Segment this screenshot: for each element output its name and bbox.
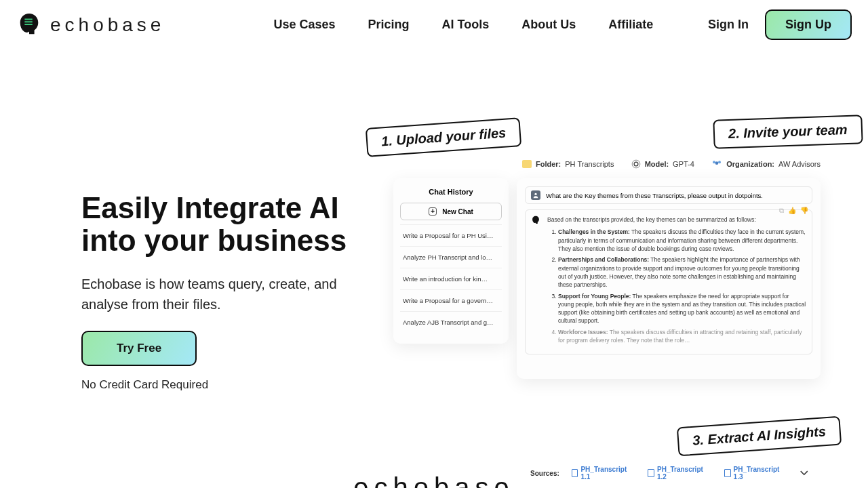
svg-point-5 xyxy=(713,161,715,163)
hero-subhead: Echobase is how teams query, create, and… xyxy=(81,274,353,314)
signin-link[interactable]: Sign In xyxy=(708,18,749,32)
bot-icon xyxy=(531,216,540,225)
plus-icon: + xyxy=(429,207,437,216)
chat-history-title: Chat History xyxy=(400,188,502,196)
svg-rect-1 xyxy=(24,21,32,22)
thumbs-up-icon[interactable]: 👍 xyxy=(788,207,796,215)
chevron-down-icon[interactable] xyxy=(800,470,808,476)
hero-section: Easily Integrate AI into your business E… xyxy=(0,49,868,483)
svg-point-8 xyxy=(534,193,536,195)
chat-history-panel: Chat History + New Chat Write a Proposal… xyxy=(393,178,509,344)
nav-ai-tools[interactable]: AI Tools xyxy=(442,18,490,32)
site-header: echobase Use Cases Pricing AI Tools Abou… xyxy=(0,0,868,49)
signup-button[interactable]: Sign Up xyxy=(765,9,852,40)
bottom-wordmark: echobase xyxy=(353,472,514,488)
callout-upload: 1. Upload your files xyxy=(366,117,522,157)
feedback-icons: ⧉ 👍 👎 xyxy=(779,207,808,215)
nav-about-us[interactable]: About Us xyxy=(521,18,576,32)
file-icon xyxy=(724,469,731,477)
primary-nav: Use Cases Pricing AI Tools About Us Affi… xyxy=(273,18,653,32)
meta-model: Model: GPT-4 xyxy=(631,159,694,169)
answer-block: Based on the transcripts provided, the k… xyxy=(525,209,812,354)
meta-folder: Folder: PH Transcripts xyxy=(522,160,614,168)
svg-point-7 xyxy=(715,161,719,165)
answer-themes: Challenges in the System: The speakers d… xyxy=(555,228,806,344)
sources-row: Sources: PH_Transcript 1.1 PH_Transcript… xyxy=(530,466,808,481)
copy-icon[interactable]: ⧉ xyxy=(779,207,784,215)
history-item[interactable]: Write a Proposal for a govern… xyxy=(400,289,502,311)
prompt-row: What are the Key themes from these Trans… xyxy=(525,186,812,204)
team-icon xyxy=(711,159,722,169)
sources-label: Sources: xyxy=(530,470,559,477)
theme-item: Partnerships and Collaborations: The spe… xyxy=(558,256,806,289)
svg-point-3 xyxy=(634,162,638,166)
logo-head-icon xyxy=(16,12,42,38)
callout-extract: 3. Extract AI Insights xyxy=(677,416,842,457)
hero-headline: Easily Integrate AI into your business xyxy=(81,192,353,258)
theme-item: Support for Young People: The speakers e… xyxy=(558,292,806,325)
nav-affiliate[interactable]: Affiliate xyxy=(608,18,653,32)
try-free-button[interactable]: Try Free xyxy=(81,331,197,366)
prompt-text: What are the Key themes from these Trans… xyxy=(546,192,763,199)
svg-point-4 xyxy=(632,160,640,168)
source-item[interactable]: PH_Transcript 1.3 xyxy=(724,466,789,481)
answer-intro: Based on the transcripts provided, the k… xyxy=(547,216,806,224)
callout-invite: 2. Invite your team xyxy=(713,115,863,149)
header-right: Sign In Sign Up xyxy=(708,9,852,40)
file-icon xyxy=(572,469,578,477)
source-item[interactable]: PH_Transcript 1.1 xyxy=(572,466,636,481)
nav-use-cases[interactable]: Use Cases xyxy=(273,18,335,32)
user-icon xyxy=(531,190,540,200)
meta-org: Organization: AW Advisors xyxy=(711,159,821,169)
theme-item: Workforce Issues: The speakers discuss d… xyxy=(558,328,806,345)
logo-text: echobase xyxy=(50,14,165,36)
history-item[interactable]: Analyze AJB Transcript and g… xyxy=(400,311,502,333)
model-icon xyxy=(631,159,641,169)
source-item[interactable]: PH_Transcript 1.2 xyxy=(648,466,712,481)
nav-pricing[interactable]: Pricing xyxy=(368,18,410,32)
new-chat-button[interactable]: + New Chat xyxy=(400,203,502,220)
history-item[interactable]: Write an introduction for kin… xyxy=(400,268,502,289)
no-card-text: No Credit Card Required xyxy=(81,378,353,392)
svg-rect-2 xyxy=(24,24,32,25)
thumbs-down-icon[interactable]: 👎 xyxy=(800,207,808,215)
meta-row: Folder: PH Transcripts Model: GPT-4 Orga… xyxy=(522,159,821,169)
hero-copy: Easily Integrate AI into your business E… xyxy=(81,104,353,483)
svg-point-6 xyxy=(718,161,721,163)
folder-icon xyxy=(522,160,532,168)
theme-item: Challenges in the System: The speakers d… xyxy=(558,228,806,253)
logo[interactable]: echobase xyxy=(16,12,165,38)
history-item[interactable]: Analyze PH Transcript and lo… xyxy=(400,246,502,268)
chat-panel: What are the Key themes from these Trans… xyxy=(517,178,821,379)
file-icon xyxy=(648,469,654,477)
svg-rect-0 xyxy=(24,18,32,20)
history-item[interactable]: Write a Proposal for a PH Usi… xyxy=(400,224,502,246)
product-mockup: 1. Upload your files 2. Invite your team… xyxy=(373,104,868,483)
